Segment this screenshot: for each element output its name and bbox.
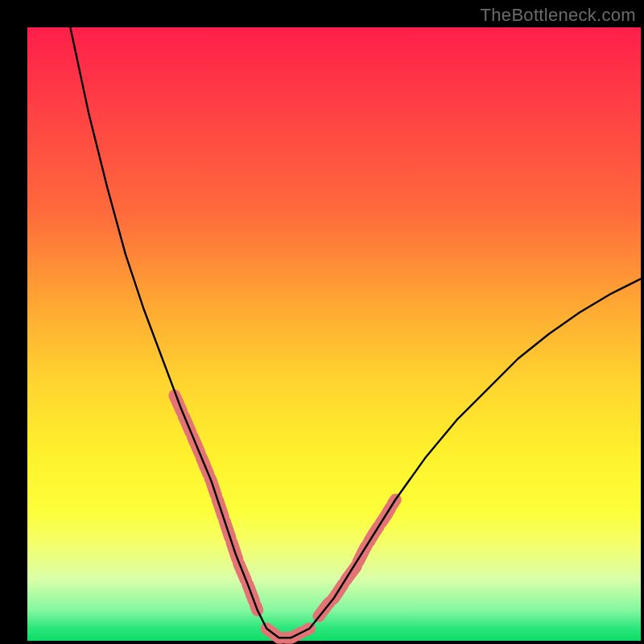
curve-layer [70,27,641,638]
thick-segments-layer [175,395,395,638]
curve-path [70,27,641,638]
watermark-text: TheBottleneck.com [481,5,636,26]
plot-area [27,27,641,641]
chart-svg [27,27,641,641]
chart-stage: TheBottleneck.com [0,0,644,644]
